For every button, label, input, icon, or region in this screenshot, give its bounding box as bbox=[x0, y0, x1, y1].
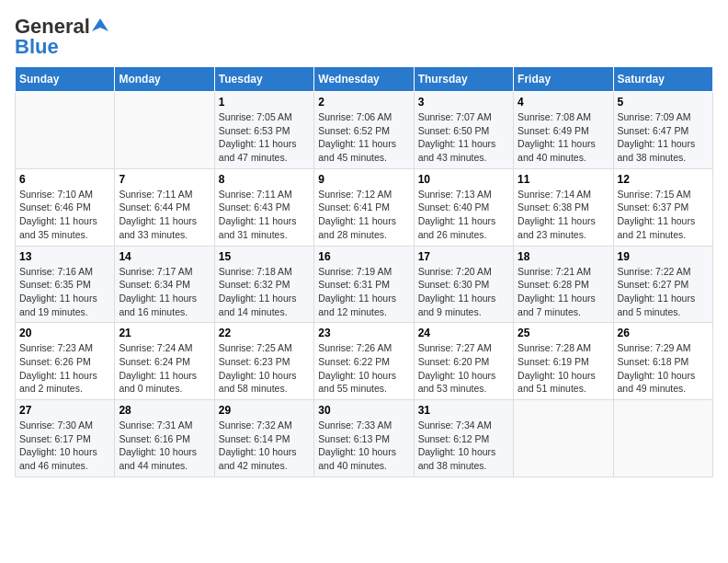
calendar-week-row: 1Sunrise: 7:05 AM Sunset: 6:53 PM Daylig… bbox=[16, 92, 713, 169]
day-content: Sunrise: 7:26 AM Sunset: 6:22 PM Dayligh… bbox=[318, 341, 409, 396]
weekday-header-monday: Monday bbox=[115, 67, 214, 92]
weekday-header-tuesday: Tuesday bbox=[214, 67, 313, 92]
day-content: Sunrise: 7:31 AM Sunset: 6:16 PM Dayligh… bbox=[119, 419, 210, 473]
day-number: 11 bbox=[518, 173, 609, 186]
day-content: Sunrise: 7:22 AM Sunset: 6:27 PM Dayligh… bbox=[618, 265, 709, 319]
day-content: Sunrise: 7:15 AM Sunset: 6:37 PM Dayligh… bbox=[618, 188, 709, 242]
day-number: 3 bbox=[418, 96, 509, 109]
calendar-week-row: 20Sunrise: 7:23 AM Sunset: 6:26 PM Dayli… bbox=[16, 323, 713, 400]
day-number: 30 bbox=[318, 404, 409, 417]
day-content: Sunrise: 7:34 AM Sunset: 6:12 PM Dayligh… bbox=[418, 419, 509, 473]
day-content: Sunrise: 7:29 AM Sunset: 6:18 PM Dayligh… bbox=[618, 341, 709, 396]
calendar-cell: 26Sunrise: 7:29 AM Sunset: 6:18 PM Dayli… bbox=[613, 323, 712, 400]
day-content: Sunrise: 7:11 AM Sunset: 6:44 PM Dayligh… bbox=[119, 188, 210, 242]
day-content: Sunrise: 7:27 AM Sunset: 6:20 PM Dayligh… bbox=[418, 341, 509, 396]
calendar-cell: 5Sunrise: 7:09 AM Sunset: 6:47 PM Daylig… bbox=[613, 92, 712, 169]
day-number: 19 bbox=[618, 250, 709, 263]
weekday-header-thursday: Thursday bbox=[414, 67, 513, 92]
calendar-week-row: 13Sunrise: 7:16 AM Sunset: 6:35 PM Dayli… bbox=[16, 246, 713, 323]
calendar-cell: 8Sunrise: 7:11 AM Sunset: 6:43 PM Daylig… bbox=[214, 168, 313, 246]
calendar-cell: 11Sunrise: 7:14 AM Sunset: 6:38 PM Dayli… bbox=[514, 168, 613, 246]
page-header: General Blue bbox=[15, 15, 713, 59]
day-content: Sunrise: 7:14 AM Sunset: 6:38 PM Dayligh… bbox=[518, 188, 609, 242]
day-number: 26 bbox=[618, 327, 709, 339]
day-content: Sunrise: 7:24 AM Sunset: 6:24 PM Dayligh… bbox=[119, 341, 210, 396]
day-content: Sunrise: 7:08 AM Sunset: 6:49 PM Dayligh… bbox=[518, 110, 609, 165]
weekday-header-friday: Friday bbox=[514, 67, 613, 92]
logo: General Blue bbox=[15, 15, 108, 59]
day-number: 1 bbox=[219, 96, 310, 109]
calendar-cell: 27Sunrise: 7:30 AM Sunset: 6:17 PM Dayli… bbox=[16, 400, 115, 477]
day-content: Sunrise: 7:11 AM Sunset: 6:43 PM Dayligh… bbox=[219, 188, 310, 242]
day-number: 6 bbox=[19, 173, 110, 186]
calendar-cell: 9Sunrise: 7:12 AM Sunset: 6:41 PM Daylig… bbox=[314, 168, 414, 246]
calendar-cell: 24Sunrise: 7:27 AM Sunset: 6:20 PM Dayli… bbox=[414, 323, 513, 400]
calendar-cell: 28Sunrise: 7:31 AM Sunset: 6:16 PM Dayli… bbox=[115, 400, 214, 477]
calendar-cell: 1Sunrise: 7:05 AM Sunset: 6:53 PM Daylig… bbox=[214, 92, 313, 169]
calendar-cell: 6Sunrise: 7:10 AM Sunset: 6:46 PM Daylig… bbox=[16, 168, 115, 246]
day-content: Sunrise: 7:21 AM Sunset: 6:28 PM Dayligh… bbox=[518, 265, 609, 319]
day-content: Sunrise: 7:12 AM Sunset: 6:41 PM Dayligh… bbox=[318, 188, 409, 242]
day-content: Sunrise: 7:23 AM Sunset: 6:26 PM Dayligh… bbox=[19, 341, 110, 396]
day-number: 8 bbox=[219, 173, 310, 186]
day-number: 27 bbox=[19, 404, 110, 417]
weekday-header-sunday: Sunday bbox=[16, 67, 115, 92]
calendar-cell: 30Sunrise: 7:33 AM Sunset: 6:13 PM Dayli… bbox=[314, 400, 414, 477]
day-number: 17 bbox=[418, 250, 509, 263]
calendar-cell bbox=[613, 400, 712, 477]
day-content: Sunrise: 7:10 AM Sunset: 6:46 PM Dayligh… bbox=[19, 188, 110, 242]
day-content: Sunrise: 7:25 AM Sunset: 6:23 PM Dayligh… bbox=[219, 341, 310, 396]
calendar-cell: 10Sunrise: 7:13 AM Sunset: 6:40 PM Dayli… bbox=[414, 168, 513, 246]
calendar-cell: 17Sunrise: 7:20 AM Sunset: 6:30 PM Dayli… bbox=[414, 246, 513, 323]
calendar-cell: 29Sunrise: 7:32 AM Sunset: 6:14 PM Dayli… bbox=[214, 400, 313, 477]
day-content: Sunrise: 7:18 AM Sunset: 6:32 PM Dayligh… bbox=[219, 265, 310, 319]
calendar-cell: 12Sunrise: 7:15 AM Sunset: 6:37 PM Dayli… bbox=[613, 168, 712, 246]
day-content: Sunrise: 7:20 AM Sunset: 6:30 PM Dayligh… bbox=[418, 265, 509, 319]
calendar-cell: 2Sunrise: 7:06 AM Sunset: 6:52 PM Daylig… bbox=[314, 92, 414, 169]
day-content: Sunrise: 7:07 AM Sunset: 6:50 PM Dayligh… bbox=[418, 110, 509, 165]
day-content: Sunrise: 7:17 AM Sunset: 6:34 PM Dayligh… bbox=[119, 265, 210, 319]
day-number: 23 bbox=[318, 327, 409, 339]
day-number: 12 bbox=[618, 173, 709, 186]
day-number: 15 bbox=[219, 250, 310, 263]
calendar-cell: 13Sunrise: 7:16 AM Sunset: 6:35 PM Dayli… bbox=[16, 246, 115, 323]
day-number: 21 bbox=[119, 327, 210, 339]
day-number: 31 bbox=[418, 404, 509, 417]
day-number: 24 bbox=[418, 327, 509, 339]
calendar-cell: 23Sunrise: 7:26 AM Sunset: 6:22 PM Dayli… bbox=[314, 323, 414, 400]
calendar-cell: 4Sunrise: 7:08 AM Sunset: 6:49 PM Daylig… bbox=[514, 92, 613, 169]
day-number: 14 bbox=[119, 250, 210, 263]
calendar-cell: 21Sunrise: 7:24 AM Sunset: 6:24 PM Dayli… bbox=[115, 323, 214, 400]
calendar-week-row: 6Sunrise: 7:10 AM Sunset: 6:46 PM Daylig… bbox=[16, 168, 713, 246]
day-number: 25 bbox=[518, 327, 609, 339]
day-number: 20 bbox=[19, 327, 110, 339]
calendar-cell: 25Sunrise: 7:28 AM Sunset: 6:19 PM Dayli… bbox=[514, 323, 613, 400]
calendar-cell: 16Sunrise: 7:19 AM Sunset: 6:31 PM Dayli… bbox=[314, 246, 414, 323]
day-content: Sunrise: 7:33 AM Sunset: 6:13 PM Dayligh… bbox=[318, 419, 409, 473]
day-number: 28 bbox=[119, 404, 210, 417]
day-content: Sunrise: 7:28 AM Sunset: 6:19 PM Dayligh… bbox=[518, 341, 609, 396]
day-number: 13 bbox=[19, 250, 110, 263]
calendar-cell: 18Sunrise: 7:21 AM Sunset: 6:28 PM Dayli… bbox=[514, 246, 613, 323]
weekday-header-saturday: Saturday bbox=[613, 67, 712, 92]
calendar-cell: 22Sunrise: 7:25 AM Sunset: 6:23 PM Dayli… bbox=[214, 323, 313, 400]
day-number: 2 bbox=[318, 96, 409, 109]
day-content: Sunrise: 7:09 AM Sunset: 6:47 PM Dayligh… bbox=[618, 110, 709, 165]
day-content: Sunrise: 7:19 AM Sunset: 6:31 PM Dayligh… bbox=[318, 265, 409, 319]
day-number: 29 bbox=[219, 404, 310, 417]
calendar-cell: 7Sunrise: 7:11 AM Sunset: 6:44 PM Daylig… bbox=[115, 168, 214, 246]
day-content: Sunrise: 7:13 AM Sunset: 6:40 PM Dayligh… bbox=[418, 188, 509, 242]
calendar-table: SundayMondayTuesdayWednesdayThursdayFrid… bbox=[15, 66, 713, 477]
weekday-header-wednesday: Wednesday bbox=[314, 67, 414, 92]
calendar-cell: 31Sunrise: 7:34 AM Sunset: 6:12 PM Dayli… bbox=[414, 400, 513, 477]
calendar-week-row: 27Sunrise: 7:30 AM Sunset: 6:17 PM Dayli… bbox=[16, 400, 713, 477]
weekday-header-row: SundayMondayTuesdayWednesdayThursdayFrid… bbox=[16, 67, 713, 92]
logo-icon bbox=[92, 17, 108, 33]
day-content: Sunrise: 7:16 AM Sunset: 6:35 PM Dayligh… bbox=[19, 265, 110, 319]
day-number: 5 bbox=[618, 96, 709, 109]
calendar-cell: 15Sunrise: 7:18 AM Sunset: 6:32 PM Dayli… bbox=[214, 246, 313, 323]
day-number: 10 bbox=[418, 173, 509, 186]
calendar-cell bbox=[115, 92, 214, 169]
day-number: 7 bbox=[119, 173, 210, 186]
calendar-cell: 14Sunrise: 7:17 AM Sunset: 6:34 PM Dayli… bbox=[115, 246, 214, 323]
